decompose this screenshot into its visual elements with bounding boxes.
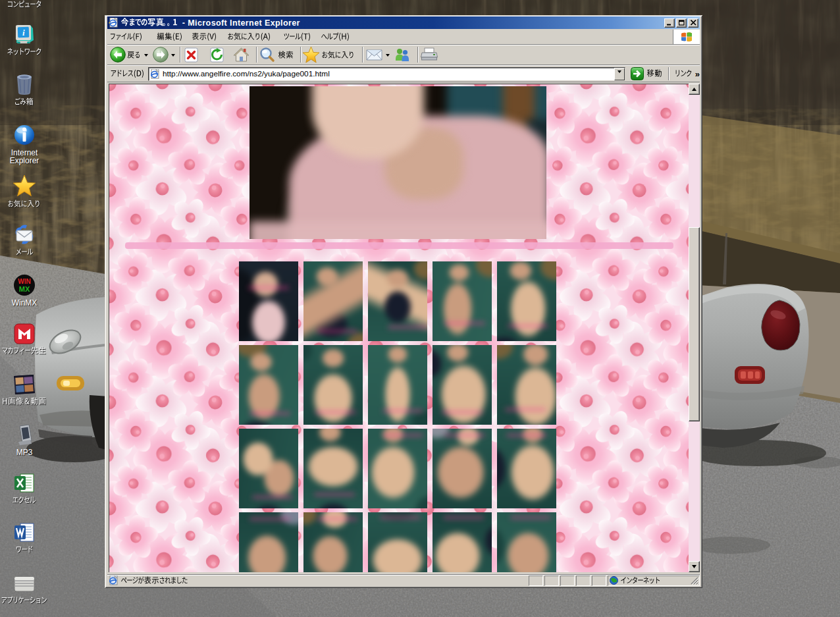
svg-text:i: i	[22, 28, 25, 38]
svg-text:WIN: WIN	[18, 278, 30, 285]
svg-text:MX: MX	[19, 285, 30, 293]
